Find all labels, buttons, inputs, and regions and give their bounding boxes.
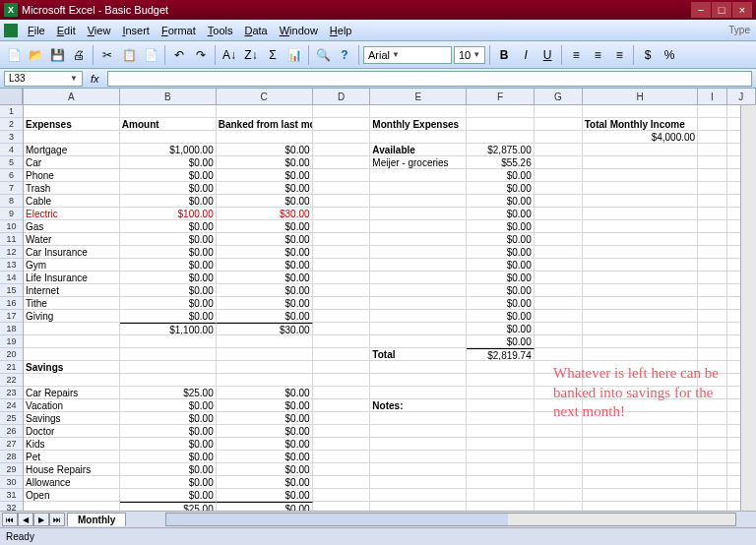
cell[interactable] — [370, 451, 467, 462]
cell[interactable] — [535, 182, 583, 194]
minimize-button[interactable]: − — [691, 2, 711, 18]
cell[interactable] — [467, 118, 535, 130]
horizontal-scrollbar[interactable] — [165, 513, 736, 526]
cell[interactable]: $0.00 — [120, 399, 217, 411]
col-header-H[interactable]: H — [583, 89, 698, 104]
cell[interactable] — [583, 144, 698, 155]
new-icon[interactable]: 📄 — [4, 45, 24, 65]
cell[interactable] — [313, 118, 371, 130]
cell[interactable] — [467, 451, 535, 462]
cell[interactable] — [313, 272, 371, 283]
row-header-31[interactable]: 31 — [0, 489, 23, 502]
cell[interactable]: Available — [370, 144, 467, 155]
cell[interactable] — [535, 169, 583, 181]
cell[interactable] — [698, 272, 726, 283]
cell[interactable] — [370, 272, 467, 283]
font-selector[interactable]: Arial▼ — [363, 46, 452, 64]
cell[interactable] — [698, 118, 726, 130]
cell[interactable] — [698, 476, 726, 488]
cell[interactable] — [370, 335, 467, 347]
cell[interactable]: $0.00 — [217, 195, 313, 207]
cell[interactable] — [535, 118, 583, 130]
cell[interactable]: Phone — [24, 169, 120, 181]
cell[interactable] — [535, 297, 583, 309]
cell[interactable] — [370, 284, 467, 296]
tab-last-button[interactable]: ⏭ — [49, 513, 65, 526]
tab-first-button[interactable]: ⏮ — [2, 513, 18, 526]
cell[interactable]: Car Insurance — [24, 246, 120, 258]
cell[interactable] — [370, 476, 467, 488]
col-header-J[interactable]: J — [727, 89, 756, 104]
cell[interactable]: $0.00 — [217, 451, 313, 462]
cell[interactable]: Pet — [24, 451, 120, 462]
cell[interactable] — [467, 361, 535, 373]
menu-view[interactable]: View — [82, 23, 117, 38]
cell[interactable] — [698, 131, 726, 143]
cell[interactable] — [583, 489, 698, 501]
cell[interactable] — [467, 476, 535, 488]
cell[interactable]: $0.00 — [467, 297, 535, 309]
cell[interactable] — [535, 195, 583, 207]
cell[interactable]: Meijer - groceries — [370, 156, 467, 168]
col-header-F[interactable]: F — [467, 89, 535, 104]
row-header-5[interactable]: 5 — [0, 156, 23, 169]
type-question-box[interactable]: Type — [728, 25, 752, 35]
col-header-E[interactable]: E — [370, 89, 467, 104]
cell[interactable] — [535, 272, 583, 283]
cell[interactable] — [535, 310, 583, 322]
cell[interactable] — [120, 131, 217, 143]
cell[interactable] — [313, 489, 371, 501]
cell[interactable] — [313, 220, 371, 232]
cell[interactable]: $0.00 — [217, 425, 313, 437]
cell[interactable] — [370, 233, 467, 245]
cell[interactable]: Mortgage — [24, 144, 120, 155]
cell[interactable] — [370, 169, 467, 181]
currency-icon[interactable]: $ — [638, 45, 658, 65]
help-icon[interactable]: ? — [335, 45, 354, 65]
cell[interactable]: $0.00 — [217, 463, 313, 475]
cell[interactable] — [583, 387, 698, 398]
row-header-2[interactable]: 2 — [0, 118, 23, 131]
cell[interactable] — [698, 169, 726, 181]
cell[interactable] — [698, 195, 726, 207]
row-header-7[interactable]: 7 — [0, 182, 23, 195]
cell[interactable] — [698, 259, 726, 271]
cell[interactable]: $0.00 — [467, 259, 535, 271]
fx-icon[interactable]: fx — [91, 73, 99, 85]
cell[interactable] — [583, 399, 698, 411]
cell[interactable] — [583, 233, 698, 245]
cell[interactable]: $0.00 — [120, 425, 217, 437]
cell[interactable]: $1,000.00 — [120, 144, 217, 155]
cell[interactable] — [698, 220, 726, 232]
cell[interactable] — [467, 425, 535, 437]
cell[interactable] — [583, 259, 698, 271]
cell[interactable] — [535, 399, 583, 411]
select-all-corner[interactable] — [0, 89, 23, 105]
cell[interactable] — [583, 323, 698, 334]
cell[interactable] — [698, 246, 726, 258]
row-header-16[interactable]: 16 — [0, 297, 23, 310]
cell[interactable]: $0.00 — [217, 438, 313, 450]
formula-bar[interactable] — [107, 71, 752, 87]
cells-grid[interactable]: ExpensesAmountBanked from last monthMont… — [24, 105, 756, 529]
tab-prev-button[interactable]: ◀ — [18, 513, 33, 526]
cell[interactable] — [535, 451, 583, 462]
menu-file[interactable]: File — [22, 23, 51, 38]
cell[interactable] — [583, 182, 698, 194]
row-header-19[interactable]: 19 — [0, 335, 23, 348]
cell[interactable]: $0.00 — [217, 310, 313, 322]
cell[interactable]: Amount — [120, 118, 217, 130]
cell[interactable] — [698, 361, 726, 373]
cell[interactable] — [583, 361, 698, 373]
cell[interactable]: $0.00 — [120, 412, 217, 424]
cell[interactable] — [467, 438, 535, 450]
cell[interactable]: Expenses — [24, 118, 120, 130]
cell[interactable]: Car — [24, 156, 120, 168]
cell[interactable]: Trash — [24, 182, 120, 194]
cell[interactable] — [467, 463, 535, 475]
cell[interactable]: Internet — [24, 284, 120, 296]
cell[interactable] — [370, 463, 467, 475]
align-center-icon[interactable]: ≡ — [588, 45, 607, 65]
cell[interactable]: $0.00 — [467, 335, 535, 347]
cell[interactable]: $0.00 — [467, 208, 535, 219]
